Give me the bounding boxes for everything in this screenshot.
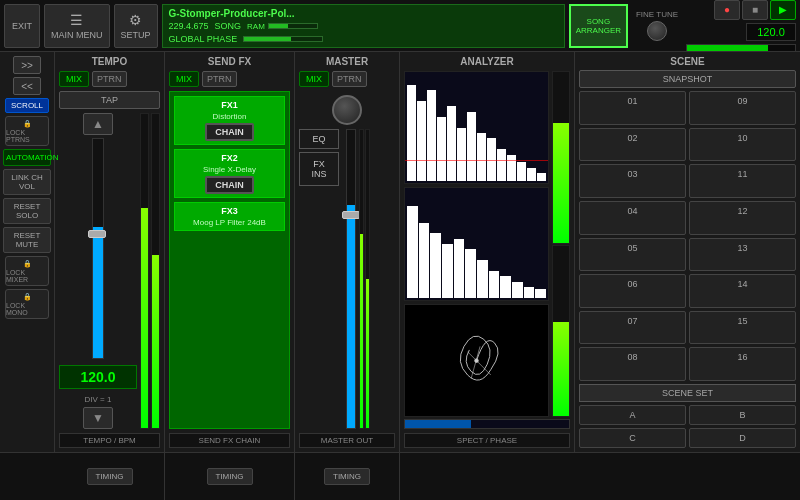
scene-num-06[interactable]: 06 (579, 274, 686, 308)
sendfx-mix-button[interactable]: MIX (169, 71, 199, 87)
analyzer-content (404, 71, 570, 417)
master-timing-button[interactable]: TIMING (324, 468, 370, 485)
scene-num-03[interactable]: 03 (579, 164, 686, 198)
phase-fill (244, 37, 291, 41)
spec-bar (447, 106, 456, 181)
spec-bar (427, 90, 436, 181)
spec-bar (527, 168, 536, 181)
tempo-bottom-label: TEMPO / BPM (59, 433, 160, 448)
scroll-button[interactable]: SCROLL (5, 98, 49, 113)
vu-meter-2 (552, 245, 570, 418)
lock-ptrns-button[interactable]: 🔒 LOCK PTRNS (5, 116, 49, 146)
spec-bar (407, 206, 418, 297)
scene-section: SCENE SNAPSHOT 01 09 02 10 03 11 04 12 0… (575, 52, 800, 452)
setup-button[interactable]: ⚙ SETUP (114, 4, 158, 48)
master-fader-fill-1 (347, 205, 355, 429)
chain2-button[interactable]: CHAIN (205, 176, 254, 194)
spec-bar (477, 133, 486, 181)
nav-back-button[interactable]: << (13, 77, 41, 95)
tempo-fader-handle[interactable] (88, 230, 106, 238)
fx2-name: FX2 (221, 153, 238, 163)
spec-bar (465, 249, 476, 297)
record-button[interactable]: ● (714, 0, 740, 20)
fx2-sub: Single X-Delay (203, 165, 256, 174)
tempo-fader-fill (93, 227, 103, 358)
transport-row: ● ■ ▶ (714, 0, 796, 20)
eq-button[interactable]: EQ (299, 129, 339, 149)
scene-num-08[interactable]: 08 (579, 347, 686, 381)
scene-letter-a[interactable]: A (579, 405, 686, 425)
scene-num-04[interactable]: 04 (579, 201, 686, 235)
tempo-timing-button[interactable]: TIMING (87, 468, 133, 485)
scene-num-14[interactable]: 14 (689, 274, 796, 308)
scene-num-09[interactable]: 09 (689, 91, 796, 125)
scene-num-07[interactable]: 07 (579, 311, 686, 345)
tap-button[interactable]: TAP (59, 91, 160, 109)
stop-button[interactable]: ■ (742, 0, 768, 20)
scene-numbers-grid: 01 09 02 10 03 11 04 12 05 13 06 14 07 1… (579, 91, 796, 381)
scene-letter-c[interactable]: C (579, 428, 686, 448)
link-ch-vol-button[interactable]: LINK CH VOL (3, 169, 51, 195)
scene-num-12[interactable]: 12 (689, 201, 796, 235)
tempo-ptrn-button[interactable]: PTRN (92, 71, 127, 87)
exit-button[interactable]: EXIT (4, 4, 40, 48)
sendfx-timing-button[interactable]: TIMING (207, 468, 253, 485)
vu-meter-1 (552, 71, 570, 244)
scene-num-02[interactable]: 02 (579, 128, 686, 162)
tempo-mix-ptrn-row: MIX PTRN (59, 71, 160, 87)
reset-solo-button[interactable]: RESET SOLO (3, 198, 51, 224)
snapshot-button[interactable]: SNAPSHOT (579, 70, 796, 88)
fx1-name: FX1 (221, 100, 238, 110)
song-arranger-button[interactable]: SONG ARRANGER (569, 4, 628, 48)
master-vu-1 (359, 129, 364, 429)
scene-num-13[interactable]: 13 (689, 238, 796, 272)
automation-button[interactable]: AUTOMATION (3, 149, 51, 166)
bottom-bar: TIMING TIMING TIMING (0, 452, 800, 500)
lock-mono-button[interactable]: 🔒 LOCK MONO (5, 289, 49, 319)
lissajous-svg (405, 305, 548, 416)
lock-mixer-button[interactable]: 🔒 LOCK MIXER (5, 256, 49, 286)
reset-mute-button[interactable]: RESET MUTE (3, 227, 51, 253)
spec-bar (467, 112, 476, 182)
lock-mono-icon: 🔒 (23, 293, 32, 301)
fxins-button[interactable]: FX INS (299, 152, 339, 186)
nav-forward-button[interactable]: >> (13, 56, 41, 74)
progress-fill (687, 45, 768, 51)
master-knob[interactable] (332, 95, 362, 125)
master-fader-handle-1[interactable] (342, 211, 360, 219)
tempo-bottom-section: TIMING (55, 453, 165, 500)
scene-num-10[interactable]: 10 (689, 128, 796, 162)
spectrum-panel-2 (404, 187, 549, 300)
song-number: 229.4.675 (169, 21, 209, 31)
tempo-mix-button[interactable]: MIX (59, 71, 89, 87)
spec-bar (457, 128, 466, 182)
spec-bar (437, 117, 446, 181)
analyzer-title: ANALYZER (404, 56, 570, 67)
play-button[interactable]: ▶ (770, 0, 796, 20)
lock-icon: 🔒 (23, 120, 32, 128)
scene-num-11[interactable]: 11 (689, 164, 796, 198)
scene-set-button[interactable]: SCENE SET (579, 384, 796, 402)
scene-num-15[interactable]: 15 (689, 311, 796, 345)
scene-letter-b[interactable]: B (689, 405, 796, 425)
sendfx-bottom-section: TIMING (165, 453, 295, 500)
master-ptrn-button[interactable]: PTRN (332, 71, 367, 87)
bpm-display: 120.0 (746, 23, 796, 41)
chain1-button[interactable]: CHAIN (205, 123, 254, 141)
fine-tune-area: FINE TUNE (632, 4, 682, 48)
tempo-up-button[interactable]: ▲ (83, 113, 113, 135)
tempo-down-button[interactable]: ▼ (83, 407, 113, 429)
scene-num-01[interactable]: 01 (579, 91, 686, 125)
scene-num-05[interactable]: 05 (579, 238, 686, 272)
scene-letter-d[interactable]: D (689, 428, 796, 448)
tempo-vu-strips (140, 113, 160, 429)
analyzer-vu-meters (552, 71, 570, 417)
scene-num-16[interactable]: 16 (689, 347, 796, 381)
setup-label: SETUP (121, 30, 151, 40)
main-menu-button[interactable]: ☰ MAIN MENU (44, 4, 110, 48)
fine-tune-knob[interactable] (647, 21, 667, 41)
sendfx-ptrn-button[interactable]: PTRN (202, 71, 237, 87)
tempo-section: TEMPO MIX PTRN TAP ▲ 120.0 DIV = 1 ▼ (55, 52, 165, 452)
bpm-value: 120.0 (59, 365, 137, 389)
master-mix-button[interactable]: MIX (299, 71, 329, 87)
